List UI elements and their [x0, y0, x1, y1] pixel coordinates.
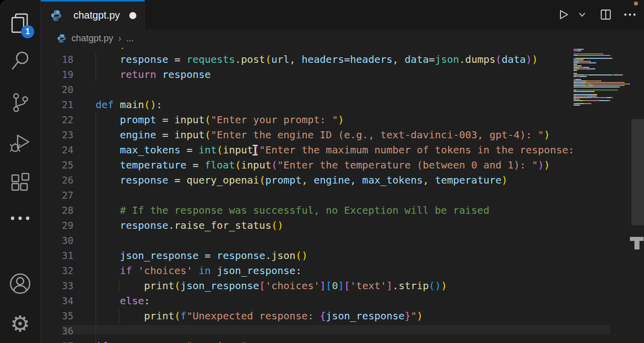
recording-dot — [634, 2, 638, 6]
line-number: 20 — [40, 82, 96, 97]
line-number: 31 — [40, 248, 96, 263]
code-line[interactable]: 37if __name__ == "__main__": — [40, 338, 574, 343]
minimap[interactable] — [574, 49, 630, 343]
account-icon — [8, 272, 32, 296]
line-content: response = query_openai(prompt, engine, … — [96, 173, 508, 188]
line-content: else: — [96, 293, 150, 308]
code-line[interactable]: 32 if 'choices' in json_response: — [40, 263, 574, 278]
code-line[interactable]: 31 json_response = response.json() — [40, 248, 574, 263]
run-debug-icon — [9, 131, 32, 154]
line-content: if __name__ == "__main__": — [96, 338, 253, 343]
code-line[interactable]: 28 # If the response was successful, no … — [40, 203, 574, 218]
line-number: 21 — [40, 97, 96, 112]
ellipsis-icon — [9, 215, 31, 222]
code-line[interactable]: 22 prompt = input("Enter your prompt: ") — [40, 112, 574, 127]
line-number: 22 — [40, 112, 96, 127]
mouse-cursor-ibeam — [252, 145, 258, 155]
code-line[interactable]: 30 — [40, 233, 574, 248]
sidebar-item-extensions[interactable] — [0, 167, 40, 199]
line-number: 36 — [40, 323, 96, 338]
python-file-icon-small — [57, 34, 66, 43]
extensions-icon — [9, 172, 31, 194]
python-file-icon — [50, 10, 62, 22]
split-editor-button[interactable] — [599, 8, 613, 22]
code-line[interactable]: 19 return response — [40, 67, 574, 82]
breadcrumb-file[interactable]: chatgpt.py — [71, 33, 113, 44]
run-dropdown-button[interactable] — [578, 8, 587, 22]
line-content: ) — [96, 48, 126, 52]
explorer-badge: 1 — [21, 25, 34, 38]
line-content: engine = input("Enter the engine ID (e.g… — [96, 127, 550, 142]
code-lines: 17 )18 response = requests.post(url, hea… — [40, 48, 574, 343]
vscode-window: 1 — [0, 0, 644, 343]
line-number: 28 — [40, 203, 96, 218]
sidebar-item-source-control[interactable] — [0, 87, 40, 119]
line-number: 35 — [40, 308, 96, 323]
code-editor[interactable]: 17 )18 response = requests.post(url, hea… — [40, 48, 644, 343]
tab-bar: chatgpt.py — [40, 0, 644, 29]
line-content: return response — [96, 67, 211, 82]
line-number: 32 — [40, 263, 96, 278]
more-actions-button[interactable] — [623, 8, 637, 22]
sidebar-item-run-debug[interactable] — [0, 127, 40, 159]
line-content: temperature = float(input("Enter the tem… — [96, 157, 550, 173]
gear-icon: ⚙ — [10, 313, 30, 335]
code-line[interactable]: 26 response = query_openai(prompt, engin… — [40, 173, 574, 188]
code-line[interactable]: 27 — [40, 188, 574, 203]
git-branch-icon — [10, 92, 31, 113]
line-content: response.raise_for_status() — [96, 218, 283, 233]
line-number: 30 — [40, 233, 96, 248]
run-button[interactable] — [556, 8, 571, 22]
line-number: 27 — [40, 188, 96, 203]
scrollbar-slider[interactable] — [631, 119, 644, 225]
code-line[interactable]: 35 print(f"Unexpected response: {json_re… — [40, 308, 574, 323]
line-number: 37 — [40, 338, 96, 343]
line-content: prompt = input("Enter your prompt: ") — [96, 112, 344, 127]
code-line[interactable]: 17 ) — [40, 48, 574, 52]
line-content: print(f"Unexpected response: {json_respo… — [96, 308, 423, 323]
line-content: def main(): — [96, 97, 162, 112]
sidebar-item-more[interactable] — [0, 202, 40, 234]
sidebar-item-explorer[interactable]: 1 — [0, 7, 40, 39]
minimap-cursor-marker — [630, 237, 643, 250]
line-number: 17 — [40, 48, 96, 52]
line-content: response = requests.post(url, headers=he… — [96, 52, 538, 67]
line-content: if 'choices' in json_response: — [96, 263, 301, 278]
code-line[interactable]: 24 max_tokens = int(input("Enter the max… — [40, 142, 574, 157]
settings-button[interactable]: ⚙ — [0, 308, 40, 340]
editor-actions — [556, 0, 637, 29]
activity-bar: 1 — [0, 0, 41, 343]
search-icon — [9, 50, 31, 72]
line-number: 24 — [40, 142, 96, 157]
line-number: 18 — [40, 52, 96, 67]
breadcrumb-symbol-more[interactable]: ... — [126, 33, 134, 44]
line-number: 34 — [40, 293, 96, 308]
tab-chatgpt-py[interactable]: chatgpt.py — [40, 0, 145, 29]
line-number: 29 — [40, 218, 96, 233]
code-line[interactable]: 20 — [40, 82, 574, 97]
line-number: 25 — [40, 157, 96, 173]
line-content: print(json_response['choices'][0]['text'… — [96, 278, 447, 293]
code-line[interactable]: 25 temperature = float(input("Enter the … — [40, 157, 574, 173]
code-line[interactable]: 34 else: — [40, 293, 574, 308]
scrollbar-track[interactable] — [631, 48, 644, 343]
line-number: 26 — [40, 173, 96, 188]
line-content: max_tokens = int(input("Enter the maximu… — [96, 142, 574, 157]
tab-label: chatgpt.py — [73, 10, 125, 21]
unsaved-dot[interactable] — [129, 12, 136, 19]
line-number: 23 — [40, 127, 96, 142]
code-line[interactable]: 36 — [40, 323, 574, 338]
line-number: 19 — [40, 67, 96, 82]
code-line[interactable]: 18 response = requests.post(url, headers… — [40, 52, 574, 67]
account-button[interactable] — [0, 268, 40, 300]
code-line[interactable]: 21def main(): — [40, 97, 574, 112]
chevron-right-icon: › — [118, 33, 121, 44]
code-line[interactable]: 29 response.raise_for_status() — [40, 218, 574, 233]
code-line[interactable]: 23 engine = input("Enter the engine ID (… — [40, 127, 574, 142]
breadcrumb: chatgpt.py › ... — [40, 29, 644, 48]
line-number: 33 — [40, 278, 96, 293]
code-line[interactable]: 33 print(json_response['choices'][0]['te… — [40, 278, 574, 293]
sidebar-item-search[interactable] — [0, 45, 40, 77]
line-content: json_response = response.json() — [96, 248, 307, 263]
line-content: # If the response was successful, no Exc… — [96, 203, 490, 218]
